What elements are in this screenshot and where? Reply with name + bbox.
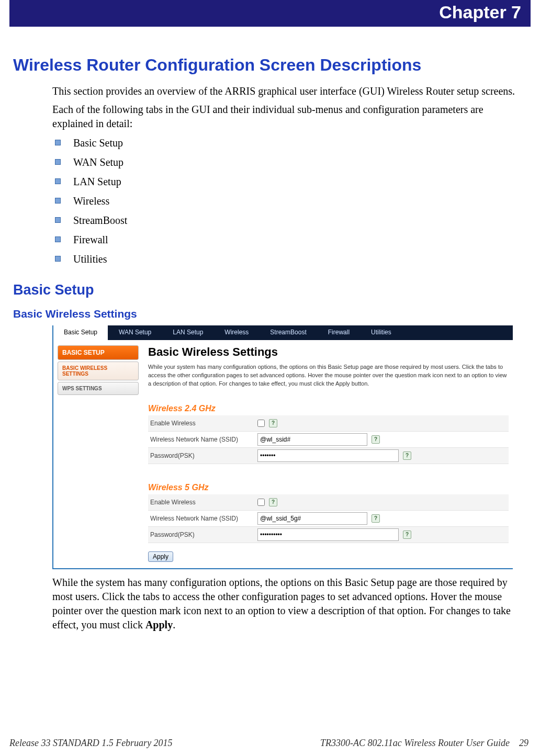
label-enable-wireless-24: Enable Wireless — [148, 420, 257, 427]
section-heading-basic-setup: Basic Setup — [13, 282, 540, 298]
panel-title: Basic Wireless Settings — [148, 345, 509, 359]
subsection-heading-basic-wireless: Basic Wireless Settings — [13, 308, 540, 320]
closing-text: While the system has many configuration … — [52, 577, 511, 630]
list-item: Utilities — [52, 252, 522, 266]
closing-paragraph: While the system has many configuration … — [52, 576, 522, 632]
row-enable-wireless-5: Enable Wireless ? — [148, 494, 509, 511]
sidebar: BASIC SETUP BASIC WIRELESS SETTINGS WPS … — [58, 345, 139, 562]
list-item: Firewall — [52, 233, 522, 247]
top-nav: Basic Setup WAN Setup LAN Setup Wireless… — [53, 325, 513, 340]
tab-streamboost[interactable]: StreamBoost — [260, 325, 317, 340]
help-icon[interactable]: ? — [372, 435, 380, 444]
list-item: StreamBoost — [52, 213, 522, 228]
row-ssid-24: Wireless Network Name (SSID) ? — [148, 432, 509, 448]
input-psk-24[interactable] — [257, 449, 399, 462]
label-ssid-24: Wireless Network Name (SSID) — [148, 436, 257, 443]
label-ssid-5: Wireless Network Name (SSID) — [148, 515, 257, 522]
intro-paragraph-1: This section provides an overview of the… — [52, 84, 522, 98]
list-item: WAN Setup — [52, 155, 522, 170]
input-ssid-24[interactable] — [257, 433, 367, 446]
tab-utilities[interactable]: Utilities — [361, 325, 402, 340]
input-ssid-5[interactable] — [257, 512, 367, 525]
list-item: LAN Setup — [52, 175, 522, 189]
help-icon[interactable]: ? — [269, 498, 277, 506]
closing-bold-apply: Apply — [145, 619, 173, 630]
footer-page-number: 29 — [519, 738, 528, 749]
checkbox-enable-wireless-24[interactable] — [257, 420, 265, 427]
checkbox-enable-wireless-5[interactable] — [257, 499, 265, 506]
router-gui-screenshot: Basic Setup WAN Setup LAN Setup Wireless… — [52, 325, 513, 569]
help-icon[interactable]: ? — [403, 452, 411, 460]
row-psk-5: Password(PSK) ? — [148, 527, 509, 543]
intro-paragraph-2: Each of the following tabs in the GUI an… — [52, 103, 522, 131]
label-psk-5: Password(PSK) — [148, 531, 257, 538]
chapter-banner: Chapter 7 — [9, 0, 531, 27]
help-icon[interactable]: ? — [372, 514, 380, 523]
row-enable-wireless-24: Enable Wireless ? — [148, 415, 509, 432]
page-title: Wireless Router Configuration Screen Des… — [13, 55, 540, 75]
tab-basic-setup[interactable]: Basic Setup — [53, 325, 108, 340]
panel-description: While your system has many configuration… — [148, 363, 509, 388]
page-footer: Release 33 STANDARD 1.5 February 2015 TR… — [9, 738, 528, 749]
closing-suffix: . — [173, 619, 175, 630]
label-psk-24: Password(PSK) — [148, 452, 257, 459]
apply-button[interactable]: Apply — [148, 551, 173, 562]
tab-bullet-list: Basic Setup WAN Setup LAN Setup Wireless… — [52, 136, 522, 266]
list-item: Wireless — [52, 194, 522, 208]
footer-left: Release 33 STANDARD 1.5 February 2015 — [9, 738, 173, 749]
row-ssid-5: Wireless Network Name (SSID) ? — [148, 511, 509, 527]
sidebar-item-basic-wireless-settings[interactable]: BASIC WIRELESS SETTINGS — [58, 362, 139, 380]
help-icon[interactable]: ? — [269, 419, 277, 427]
tab-wan-setup[interactable]: WAN Setup — [108, 325, 162, 340]
tab-wireless[interactable]: Wireless — [214, 325, 260, 340]
input-psk-5[interactable] — [257, 528, 399, 541]
group-title-5ghz: Wireless 5 GHz — [148, 483, 509, 492]
group-title-24ghz: Wireless 2.4 GHz — [148, 404, 509, 413]
footer-right-title: TR3300-AC 802.11ac Wireless Router User … — [320, 738, 510, 749]
label-enable-wireless-5: Enable Wireless — [148, 499, 257, 506]
help-icon[interactable]: ? — [403, 531, 411, 539]
tab-firewall[interactable]: Firewall — [318, 325, 361, 340]
row-psk-24: Password(PSK) ? — [148, 448, 509, 464]
sidebar-header-basic-setup[interactable]: BASIC SETUP — [58, 345, 139, 360]
sidebar-item-wps-settings[interactable]: WPS SETTINGS — [58, 382, 139, 395]
list-item: Basic Setup — [52, 136, 522, 150]
tab-lan-setup[interactable]: LAN Setup — [162, 325, 214, 340]
